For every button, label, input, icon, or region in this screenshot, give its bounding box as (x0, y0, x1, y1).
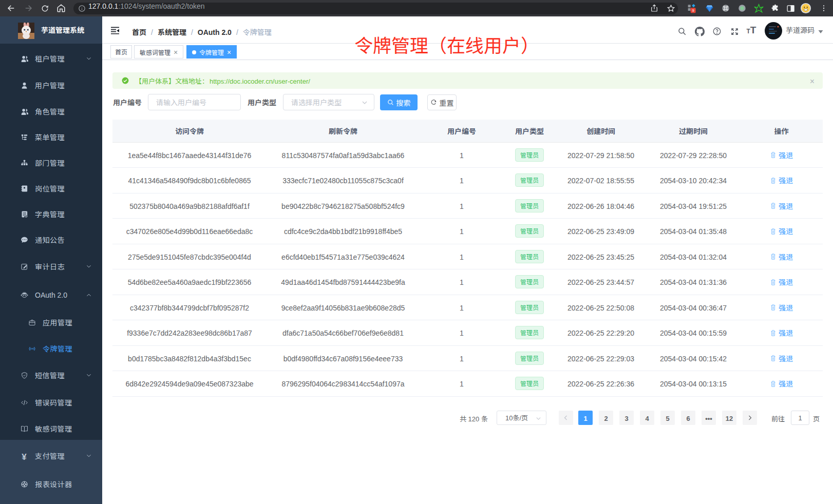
svg-text:9: 9 (692, 8, 694, 13)
